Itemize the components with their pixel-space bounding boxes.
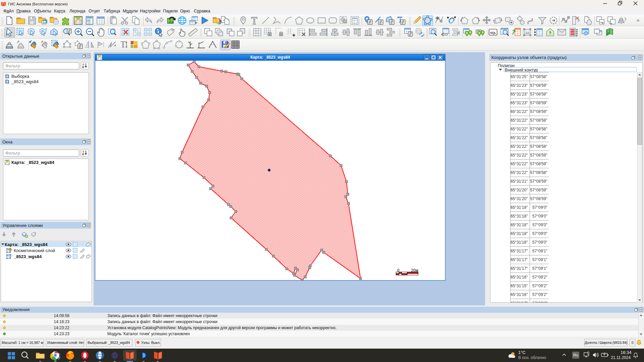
svg-text:SQL: SQL: [490, 31, 496, 35]
svg-text:B: B: [82, 66, 84, 69]
svg-text:B: B: [82, 153, 84, 156]
svg-text:?: ?: [549, 31, 551, 36]
